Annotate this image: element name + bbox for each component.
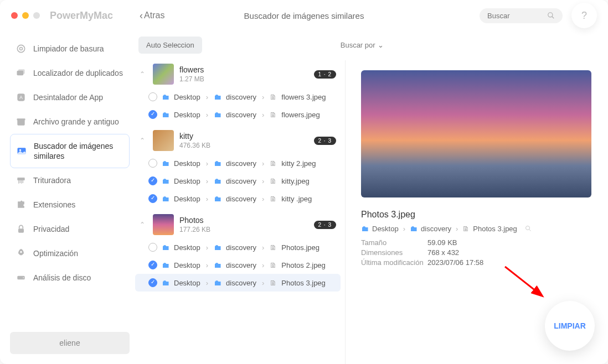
svg-rect-9 [17,118,25,120]
sidebar-item-label: Privacidad [33,224,69,234]
row-checkbox[interactable] [148,92,157,101]
window-controls[interactable] [11,12,40,19]
file-row[interactable]: 🖿Desktop›🖿discovery›🗎kitty .jpeg [135,190,341,207]
file-icon: 🗎 [270,279,277,287]
user-account[interactable]: eliene [10,332,130,354]
chevron-right-icon: › [206,93,208,101]
sidebar-item-9[interactable]: Análisis de disco [10,266,130,290]
lock-icon [16,223,27,235]
app-brand: PowerMyMac [50,10,113,22]
minimize-window[interactable] [22,12,29,19]
search-icon [547,12,555,19]
folder-icon: 🖿 [214,194,221,203]
maximize-window[interactable] [33,12,40,19]
group-header[interactable]: ⌃Photos177.26 KB2 · 3 [135,211,341,238]
svg-line-22 [529,230,530,231]
help-button[interactable]: ? [571,3,597,28]
row-checkbox[interactable] [148,110,157,119]
sidebar-item-6[interactable]: Extensiones [10,193,130,217]
sidebar-item-8[interactable]: Optimización [10,241,130,266]
folder-icon: 🖿 [162,92,169,101]
sidebar-item-5[interactable]: Trituradora [10,168,130,193]
reveal-icon[interactable] [525,225,532,232]
search-input[interactable] [487,12,547,20]
folder-icon: 🖿 [214,243,221,252]
close-window[interactable] [11,12,18,19]
sidebar-item-label: Limpiador de basura [33,44,104,54]
file-icon: 🗎 [270,177,277,185]
file-icon: 🗎 [270,111,277,119]
sidebar-item-0[interactable]: Limpiador de basura [10,37,130,61]
file-row[interactable]: 🖿Desktop›🖿discovery›🗎kitty.jpeg [135,172,341,190]
chevron-left-icon: ‹ [140,10,143,22]
sidebar-item-label: Buscador de imágenes similares [34,141,123,161]
folder-icon: 🖿 [214,278,221,287]
file-name: flowers 3.jpeg [281,93,326,101]
group-header[interactable]: ⌃kitty476.36 KB2 · 3 [135,127,341,154]
row-checkbox[interactable] [148,159,157,168]
group-size: 1.27 MB [179,75,308,83]
folder-icon: 🖿 [214,110,221,119]
svg-point-20 [23,278,24,279]
file-row[interactable]: 🖿Desktop›🖿discovery›🗎Photos.jpeg [135,238,341,256]
sidebar: Limpiador de basuraLocalizador de duplic… [0,31,135,364]
sidebar-item-label: Análisis de disco [33,273,91,283]
svg-point-11 [19,149,21,151]
file-name: flowers.jpeg [281,111,320,119]
meta-size-value: 59.09 KB [427,238,457,247]
collapse-icon[interactable]: ⌃ [140,70,147,78]
preview-image [361,70,591,197]
file-row[interactable]: 🖿Desktop›🖿discovery›🗎Photos 3.jpeg [135,274,341,292]
file-row[interactable]: 🖿Desktop›🖿discovery›🗎kitty 2.jpeg [135,154,341,172]
file-icon: 🗎 [270,243,277,252]
chevron-right-icon: › [206,261,208,269]
chevron-right-icon: › [206,279,208,287]
svg-rect-17 [18,229,24,233]
search-field[interactable] [480,8,563,23]
sidebar-item-label: Archivo grande y antiguo [33,117,119,127]
sidebar-item-7[interactable]: Privacidad [10,217,130,241]
group-count-badge: 2 · 3 [314,137,336,145]
file-row[interactable]: 🖿Desktop›🖿discovery›🗎flowers 3.jpeg [135,88,341,106]
group-thumbnail [153,130,174,151]
file-row[interactable]: 🖿Desktop›🖿discovery›🗎flowers.jpeg [135,106,341,123]
file-name: kitty .jpeg [281,195,312,203]
chevron-right-icon: › [262,93,264,101]
collapse-icon[interactable]: ⌃ [140,137,147,144]
preview-title: Photos 3.jpeg [361,210,591,220]
sidebar-item-1[interactable]: Localizador de duplicados [10,61,130,85]
group-header[interactable]: ⌃flowers1.27 MB1 · 2 [135,60,341,88]
folder-icon: 🖿 [162,278,169,287]
row-checkbox[interactable] [148,176,157,185]
chevron-right-icon: › [262,279,264,287]
sidebar-item-2[interactable]: ADesintalador de App [10,85,130,110]
sidebar-item-label: Trituradora [33,175,71,185]
svg-point-0 [548,13,553,17]
sidebar-item-4[interactable]: Buscador de imágenes similares [10,134,130,168]
group-count-badge: 1 · 2 [314,70,336,79]
auto-select-button[interactable]: Auto Seleccion [138,37,202,54]
svg-point-21 [525,226,529,230]
row-checkbox[interactable] [148,243,157,252]
folder-icon: 🖿 [162,194,169,203]
rocket-icon [16,248,27,259]
row-checkbox[interactable] [148,278,157,287]
folder-icon: 🖿 [162,110,169,119]
clean-button[interactable]: LIMPIAR [545,301,595,351]
collapse-icon[interactable]: ⌃ [140,221,147,228]
file-icon: 🗎 [270,261,277,269]
sidebar-item-3[interactable]: Archivo grande y antiguo [10,110,130,134]
row-checkbox[interactable] [148,194,157,203]
row-checkbox[interactable] [148,261,157,269]
file-icon: 🗎 [270,195,277,203]
back-button[interactable]: ‹ Atras [140,10,164,22]
file-row[interactable]: 🖿Desktop›🖿discovery›🗎Photos 2.jpeg [135,256,341,274]
sort-by-dropdown[interactable]: Buscar por ⌄ [341,41,384,49]
chevron-right-icon: › [262,111,264,119]
chevron-down-icon: ⌄ [378,41,384,49]
chevron-right-icon: › [262,243,264,252]
folder-icon: 🖿 [162,176,169,185]
chevron-right-icon: › [456,225,458,233]
chevron-right-icon: › [206,243,208,252]
chevron-right-icon: › [262,177,264,185]
